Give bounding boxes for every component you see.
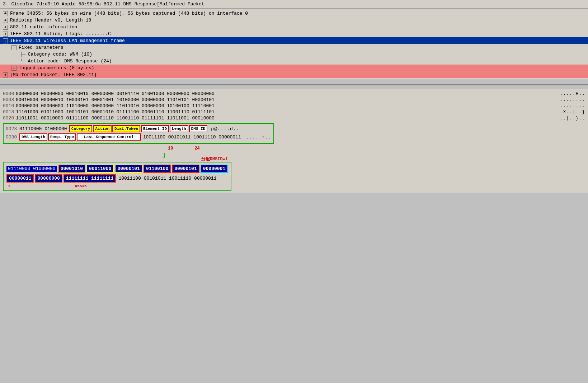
hex-plain-0030: 10011100 00101011 10011110 00000011 (143, 134, 241, 140)
hex-offset-30: 0030 (6, 134, 19, 140)
expand-ieee-action-icon[interactable]: + (3, 32, 8, 37)
detail-action-code[interactable]: └─ Action code: DMS Response (24) (0, 58, 588, 65)
expand-ieee-wireless-icon[interactable]: - (3, 38, 8, 43)
bottom-box-length: 00000101 (172, 165, 199, 173)
bottom-box-dmslength: 00000011 (6, 174, 34, 183)
hex-bytes-18: 11101000 01011000 10010101 00001010 0111… (16, 109, 556, 115)
detail-category-text: Category code: WNM (10) (28, 52, 92, 57)
bottom-box-dialtoken: 00000101 (115, 165, 142, 173)
hex-offset-18: 0018 (3, 109, 16, 115)
hex-dump-panel: 0000 00000000 00000000 00010010 00000000… (0, 89, 588, 193)
dmsid-label: 分配DMSID=1 (201, 156, 228, 162)
box-last-seq: Last Sequence Control (77, 133, 141, 141)
bottom-box-category: 00001010 (58, 165, 85, 173)
detail-radiotap-text: Radiotap Header v0, Length 18 (10, 18, 91, 23)
detail-fixed-text: Fixed parameters (19, 45, 63, 50)
packet-detail-panel: + Frame 34855: 56 bytes on wire (448 bit… (0, 9, 588, 80)
detail-frame-text: Frame 34855: 56 bytes on wire (448 bits)… (10, 11, 248, 16)
hex-ascii-20: ..|..}.. (560, 115, 585, 121)
detail-tagged[interactable]: + Tagged parameters (8 bytes) (0, 65, 588, 71)
bottom-box-resptype: 00000000 (35, 174, 62, 183)
hex-offset-28: 0028 (6, 126, 19, 132)
detail-ieee-wireless-text: IEEE 802.11 wireless LAN management fram… (10, 38, 125, 43)
bit-plain-end: 10011100 00101011 10011110 00000011 (117, 175, 218, 181)
detail-frame[interactable]: + Frame 34855: 56 bytes on wire (448 bit… (0, 10, 588, 17)
detail-radio-text: 802.11 radio information (10, 24, 77, 30)
bit-plain-row1: 01110000 01000000 (6, 166, 57, 172)
hex-plain-0028: 01110000 01000000 (19, 126, 67, 132)
hex-row-0008: 0008 00010000 00000010 10000101 00001001… (3, 97, 585, 103)
expand-radio-icon[interactable]: + (3, 25, 8, 30)
hex-bytes-10: 00000000 00000000 11010000 00000000 1101… (16, 103, 556, 109)
label-24: 24 (194, 146, 199, 151)
hex-offset-20: 0020 (3, 115, 16, 121)
hex-row-0030-annotated: 0030 DMS Length Resp- Type Last Sequence… (6, 133, 271, 141)
hex-ascii-18: .X..|..} (560, 109, 585, 115)
tree-line-1: ├─ (20, 52, 26, 57)
bottom-bit-row-1: 01110000 01000000 00001010 00011000 0000… (6, 165, 228, 173)
hex-ascii-8: ........ (560, 97, 585, 103)
bottom-box-elementid: 01100100 (144, 165, 171, 173)
detail-ieee-action[interactable]: + IEEE 802.11 Action, Flags: ........C (0, 30, 588, 37)
hex-ascii-10: ........ (560, 103, 585, 109)
detail-radio[interactable]: + 802.11 radio information (0, 24, 588, 30)
bottom-annotated-section: 分配DMSID=1 01110000 01000000 00001010 000… (3, 162, 231, 191)
bottom-bit-row-2: 00000011 00000000 11111111 11111111 1001… (6, 174, 228, 183)
hex-bytes-0: 00000000 00000000 00010010 00000000 0010… (16, 91, 556, 96)
hex-ascii-0030: .....+.. (246, 134, 271, 140)
detail-malformed-text: [Malformed Packet: IEEE 802.11] (10, 72, 97, 77)
detail-fixed-params[interactable]: - Fixed parameters (0, 44, 588, 51)
detail-ieee-wireless[interactable]: - IEEE 802.11 wireless LAN management fr… (0, 37, 588, 44)
hex-offset-8: 0008 (3, 97, 16, 103)
label-10: 10 (168, 146, 173, 151)
expand-frame-icon[interactable]: + (3, 11, 8, 16)
annotated-section-0028: 0028 01110000 01000000 Category Action D… (3, 123, 274, 144)
hex-offset-0: 0000 (3, 91, 16, 96)
box-action: Action (93, 125, 112, 132)
expand-radiotap-icon[interactable]: + (3, 18, 8, 23)
bottom-box-dmsid: 00000001 (201, 165, 228, 173)
detail-radiotap[interactable]: + Radiotap Header v0, Length 18 (0, 17, 588, 24)
hex-row-0020: 0020 11011001 00010000 01111100 00001110… (3, 115, 585, 121)
hex-bytes-8: 00010000 00000010 10000101 00001001 1010… (16, 97, 556, 103)
hex-offset-10: 0010 (3, 103, 16, 109)
expand-fixed-icon[interactable]: - (11, 45, 17, 50)
label-65535: 65535 (75, 184, 87, 188)
label-1: 1 (8, 184, 10, 188)
hex-row-0000: 0000 00000000 00000000 00010010 00000000… (3, 91, 585, 96)
box-resp-type: Resp- Type (48, 133, 76, 141)
box-dialtoken: Dial.Token (112, 125, 140, 132)
box-dmslength: DMS Length (19, 133, 47, 141)
box-category: Category (69, 125, 93, 132)
packet-list-row[interactable]: 3… CiscoInc 7d:d9:10 Apple 58:95:0a 802.… (0, 0, 588, 9)
box-elementid: Element-ID (141, 125, 169, 132)
tree-line-2: └─ (20, 58, 26, 64)
detail-malformed[interactable]: + [Malformed Packet: IEEE 802.11] (0, 71, 588, 78)
hex-bytes-20: 11011001 00010000 01111100 00001110 1100… (16, 115, 556, 121)
expand-malformed-icon[interactable]: + (3, 72, 8, 77)
detail-tagged-text: Tagged parameters (8 bytes) (19, 65, 94, 71)
expand-tagged-icon[interactable]: + (11, 66, 17, 71)
detail-ieee-action-text: IEEE 802.11 Action, Flags: ........C (10, 31, 111, 37)
detail-action-text: Action code: DMS Response (24) (28, 58, 112, 64)
bottom-box-action: 00011000 (86, 165, 114, 173)
hex-row-0018: 0018 11101000 01011000 10010101 00001010… (3, 109, 585, 115)
hex-ascii-0028: p@....d.. (211, 126, 239, 132)
box-dmsid: DMS ID (189, 125, 208, 132)
hex-row-0010: 0010 00000000 00000000 11010000 00000000… (3, 103, 585, 109)
detail-category[interactable]: ├─ Category code: WNM (10) (0, 51, 588, 58)
hex-ascii-0: .....H.. (560, 91, 585, 96)
box-length: Length (170, 125, 188, 132)
hex-row-0028-annotated: 0028 01110000 01000000 Category Action D… (6, 125, 271, 132)
bottom-box-lastseq: 11111111 11111111 (63, 174, 116, 183)
